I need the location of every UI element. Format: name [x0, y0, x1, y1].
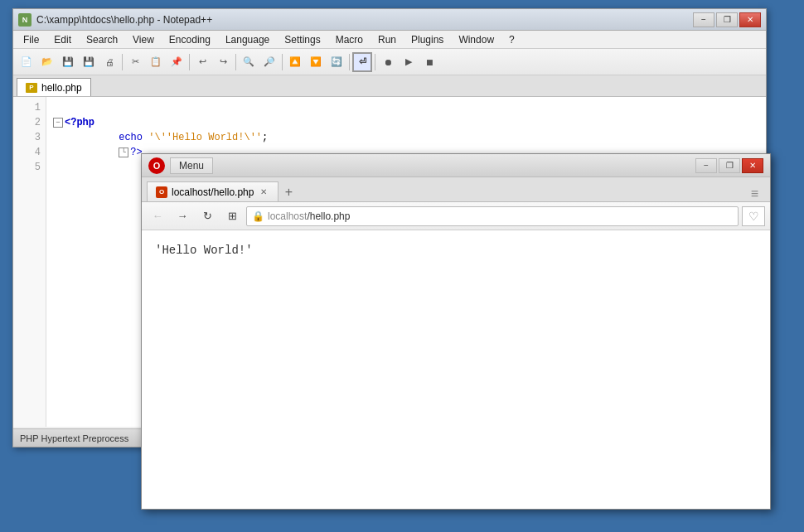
npp-minimize-btn[interactable]: −: [693, 12, 714, 27]
toolbar-zoom-reset[interactable]: 🔄: [327, 52, 346, 72]
toolbar-sep-1: [122, 54, 123, 70]
menu-file[interactable]: File: [17, 31, 46, 48]
menu-window[interactable]: Window: [452, 31, 501, 48]
toolbar-sep-3: [235, 54, 236, 70]
opera-menu-label: Menu: [179, 160, 204, 172]
toolbar-zoom-in[interactable]: 🔼: [285, 52, 305, 72]
toolbar-macro[interactable]: ⏺: [378, 52, 398, 72]
opera-stack-icon[interactable]: ≡: [744, 186, 765, 201]
npp-toolbar: 📄 📂 💾 💾 🖨 ✂ 📋 📌 ↩ ↪ 🔍 🔎 🔼 🔽 🔄 ⏎ ⏺ ▶ ⏹: [13, 49, 766, 75]
toolbar-paste[interactable]: 📌: [167, 52, 186, 72]
npp-titlebar: N C:\xampp\htdocs\hello.php - Notepad++ …: [13, 9, 766, 31]
line-numbers: 1 2 3 4 5: [13, 97, 46, 427]
menu-search[interactable]: Search: [80, 31, 124, 48]
opera-tab-stack-btn: ≡: [744, 186, 765, 201]
npp-app-icon: N: [18, 13, 31, 27]
menu-help[interactable]: ?: [502, 31, 521, 48]
opera-tab-close-btn[interactable]: ✕: [258, 186, 269, 198]
opera-window: O Menu − ❒ ✕ O localhost/hello.php ✕ + ≡…: [141, 153, 771, 510]
address-bar[interactable]: 🔒 localhost/hello.php: [246, 206, 739, 226]
npp-restore-btn[interactable]: ❒: [716, 12, 738, 27]
toolbar-undo[interactable]: ↩: [192, 52, 212, 72]
reload-btn[interactable]: ↻: [196, 206, 218, 227]
npp-window-controls: − ❒ ✕: [693, 12, 761, 27]
npp-tab-hello[interactable]: P hello.php: [17, 78, 91, 96]
page-output: 'Hello World!': [155, 244, 253, 257]
line-num-5: 5: [13, 160, 46, 175]
address-lock-icon: 🔒: [252, 210, 264, 222]
code-line-2: −<?php: [53, 115, 759, 130]
toolbar-redo[interactable]: ↪: [213, 52, 233, 72]
npp-title: C:\xampp\htdocs\hello.php - Notepad++: [36, 14, 693, 26]
toolbar-saveall[interactable]: 💾: [79, 52, 99, 72]
toolbar-cut[interactable]: ✂: [125, 52, 145, 72]
opera-tabbar: O localhost/hello.php ✕ + ≡: [142, 177, 770, 202]
opera-navbar: ← → ↻ ⊞ 🔒 localhost/hello.php ♡: [142, 202, 770, 230]
opera-content: 'Hello World!': [142, 230, 770, 509]
menu-macro[interactable]: Macro: [329, 31, 370, 48]
address-protocol: localhost: [268, 210, 307, 222]
opera-restore-btn[interactable]: ❒: [719, 158, 740, 173]
statusbar-text: PHP Hypertext Preprocess: [20, 433, 128, 443]
opera-close-btn[interactable]: ✕: [742, 158, 763, 173]
address-path: /hello.php: [307, 210, 350, 222]
toolbar-find[interactable]: 🔍: [239, 52, 259, 72]
opera-tab-hello[interactable]: O localhost/hello.php ✕: [147, 181, 278, 201]
toolbar-print[interactable]: 🖨: [99, 52, 119, 72]
menu-run[interactable]: Run: [371, 31, 403, 48]
semicolon: ;: [262, 130, 268, 145]
opera-tab-favicon: O: [156, 186, 167, 198]
toolbar-wordwrap[interactable]: ⏎: [352, 52, 372, 72]
toolbar-sep-2: [189, 54, 190, 70]
toolbar-save[interactable]: 💾: [58, 52, 78, 72]
npp-menubar: File Edit Search View Encoding Language …: [13, 31, 766, 49]
line-num-2: 2: [13, 115, 46, 130]
toolbar-sep-5: [349, 54, 350, 70]
menu-language[interactable]: Language: [219, 31, 276, 48]
tab-label: hello.php: [41, 82, 82, 94]
bookmark-btn[interactable]: ♡: [742, 206, 765, 226]
toolbar-open[interactable]: 📂: [37, 52, 57, 72]
menu-plugins[interactable]: Plugins: [404, 31, 450, 48]
opera-new-tab-btn[interactable]: +: [278, 183, 298, 201]
menu-view[interactable]: View: [126, 31, 161, 48]
echo-keyword: echo: [119, 130, 143, 145]
tab-file-icon: P: [26, 83, 37, 93]
string-literal: '\''Hello World!\'': [148, 130, 262, 145]
back-btn[interactable]: ←: [147, 206, 168, 227]
toolbar-new[interactable]: 📄: [17, 52, 36, 72]
opera-body: 'Hello World!': [142, 230, 770, 509]
opera-menu-button[interactable]: Menu: [170, 157, 213, 174]
line-num-1: 1: [13, 100, 46, 115]
line-num-3: 3: [13, 130, 46, 145]
toolbar-sep-4: [282, 54, 283, 70]
menu-settings[interactable]: Settings: [278, 31, 327, 48]
toolbar-zoom-out[interactable]: 🔽: [306, 52, 326, 72]
code-line-3: echo '\''Hello World!\'';: [53, 130, 759, 145]
opera-titlebar: O Menu − ❒ ✕: [142, 154, 770, 177]
npp-close-btn[interactable]: ✕: [739, 12, 761, 27]
toolbar-macro-play[interactable]: ▶: [399, 52, 419, 72]
npp-tabbar: P hello.php: [13, 75, 766, 97]
toolbar-sep-6: [375, 54, 375, 70]
opera-logo-icon: O: [148, 157, 165, 174]
toolbar-findreplace[interactable]: 🔎: [259, 52, 279, 72]
grid-btn[interactable]: ⊞: [221, 206, 243, 227]
line-num-4: 4: [13, 145, 46, 160]
opera-window-controls: − ❒ ✕: [695, 158, 763, 173]
toolbar-macro-stop[interactable]: ⏹: [419, 52, 439, 72]
forward-btn[interactable]: →: [172, 206, 193, 227]
toolbar-copy[interactable]: 📋: [146, 52, 166, 72]
code-line-1: [53, 100, 759, 115]
fold-icon-2[interactable]: └: [119, 148, 128, 157]
opera-minimize-btn[interactable]: −: [695, 158, 717, 173]
menu-encoding[interactable]: Encoding: [162, 31, 217, 48]
opera-tab-label: localhost/hello.php: [172, 186, 254, 198]
menu-edit[interactable]: Edit: [47, 31, 78, 48]
